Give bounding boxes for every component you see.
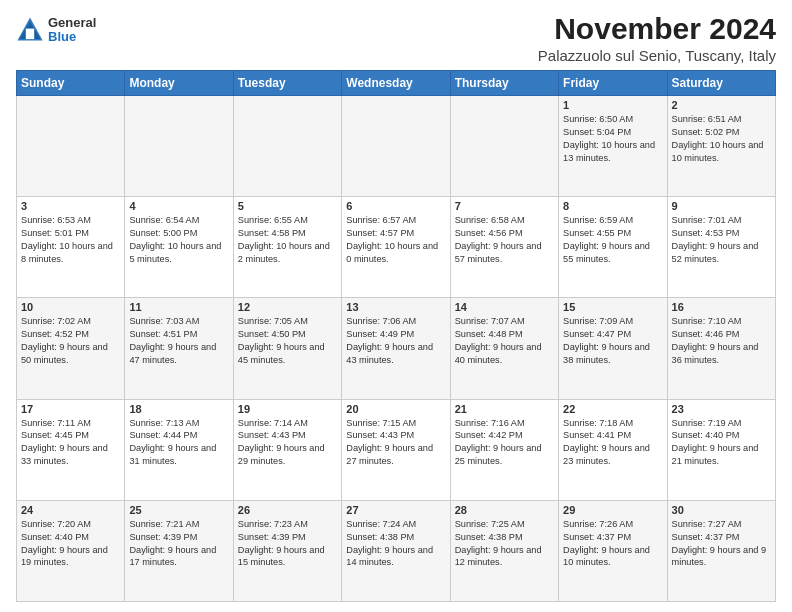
- table-row: 15Sunrise: 7:09 AM Sunset: 4:47 PM Dayli…: [559, 298, 667, 399]
- table-row: 24Sunrise: 7:20 AM Sunset: 4:40 PM Dayli…: [17, 500, 125, 601]
- col-wednesday: Wednesday: [342, 71, 450, 96]
- table-row: 8Sunrise: 6:59 AM Sunset: 4:55 PM Daylig…: [559, 197, 667, 298]
- day-info: Sunrise: 6:53 AM Sunset: 5:01 PM Dayligh…: [21, 214, 120, 266]
- day-number: 6: [346, 200, 445, 212]
- table-row: [233, 96, 341, 197]
- calendar-week-row: 24Sunrise: 7:20 AM Sunset: 4:40 PM Dayli…: [17, 500, 776, 601]
- col-saturday: Saturday: [667, 71, 775, 96]
- day-number: 10: [21, 301, 120, 313]
- table-row: 6Sunrise: 6:57 AM Sunset: 4:57 PM Daylig…: [342, 197, 450, 298]
- table-row: 17Sunrise: 7:11 AM Sunset: 4:45 PM Dayli…: [17, 399, 125, 500]
- day-number: 26: [238, 504, 337, 516]
- day-info: Sunrise: 6:50 AM Sunset: 5:04 PM Dayligh…: [563, 113, 662, 165]
- day-info: Sunrise: 7:07 AM Sunset: 4:48 PM Dayligh…: [455, 315, 554, 367]
- calendar-header-row: Sunday Monday Tuesday Wednesday Thursday…: [17, 71, 776, 96]
- table-row: 4Sunrise: 6:54 AM Sunset: 5:00 PM Daylig…: [125, 197, 233, 298]
- day-number: 4: [129, 200, 228, 212]
- day-info: Sunrise: 7:03 AM Sunset: 4:51 PM Dayligh…: [129, 315, 228, 367]
- day-number: 25: [129, 504, 228, 516]
- day-number: 27: [346, 504, 445, 516]
- day-number: 24: [21, 504, 120, 516]
- day-number: 18: [129, 403, 228, 415]
- day-info: Sunrise: 7:14 AM Sunset: 4:43 PM Dayligh…: [238, 417, 337, 469]
- calendar: Sunday Monday Tuesday Wednesday Thursday…: [16, 70, 776, 602]
- table-row: 2Sunrise: 6:51 AM Sunset: 5:02 PM Daylig…: [667, 96, 775, 197]
- table-row: [450, 96, 558, 197]
- day-info: Sunrise: 7:16 AM Sunset: 4:42 PM Dayligh…: [455, 417, 554, 469]
- calendar-week-row: 17Sunrise: 7:11 AM Sunset: 4:45 PM Dayli…: [17, 399, 776, 500]
- table-row: [17, 96, 125, 197]
- calendar-week-row: 1Sunrise: 6:50 AM Sunset: 5:04 PM Daylig…: [17, 96, 776, 197]
- table-row: 9Sunrise: 7:01 AM Sunset: 4:53 PM Daylig…: [667, 197, 775, 298]
- logo-text: General Blue: [48, 16, 96, 45]
- table-row: 30Sunrise: 7:27 AM Sunset: 4:37 PM Dayli…: [667, 500, 775, 601]
- table-row: 7Sunrise: 6:58 AM Sunset: 4:56 PM Daylig…: [450, 197, 558, 298]
- location-title: Palazzuolo sul Senio, Tuscany, Italy: [538, 47, 776, 64]
- day-info: Sunrise: 7:06 AM Sunset: 4:49 PM Dayligh…: [346, 315, 445, 367]
- day-number: 22: [563, 403, 662, 415]
- page: General Blue November 2024 Palazzuolo su…: [0, 0, 792, 612]
- day-info: Sunrise: 7:19 AM Sunset: 4:40 PM Dayligh…: [672, 417, 771, 469]
- day-info: Sunrise: 7:23 AM Sunset: 4:39 PM Dayligh…: [238, 518, 337, 570]
- day-info: Sunrise: 7:20 AM Sunset: 4:40 PM Dayligh…: [21, 518, 120, 570]
- col-sunday: Sunday: [17, 71, 125, 96]
- day-number: 28: [455, 504, 554, 516]
- day-number: 7: [455, 200, 554, 212]
- day-info: Sunrise: 6:51 AM Sunset: 5:02 PM Dayligh…: [672, 113, 771, 165]
- day-number: 2: [672, 99, 771, 111]
- table-row: 13Sunrise: 7:06 AM Sunset: 4:49 PM Dayli…: [342, 298, 450, 399]
- day-info: Sunrise: 7:09 AM Sunset: 4:47 PM Dayligh…: [563, 315, 662, 367]
- table-row: 14Sunrise: 7:07 AM Sunset: 4:48 PM Dayli…: [450, 298, 558, 399]
- table-row: 11Sunrise: 7:03 AM Sunset: 4:51 PM Dayli…: [125, 298, 233, 399]
- svg-rect-2: [26, 29, 34, 39]
- day-number: 30: [672, 504, 771, 516]
- table-row: 20Sunrise: 7:15 AM Sunset: 4:43 PM Dayli…: [342, 399, 450, 500]
- day-number: 9: [672, 200, 771, 212]
- calendar-week-row: 3Sunrise: 6:53 AM Sunset: 5:01 PM Daylig…: [17, 197, 776, 298]
- day-info: Sunrise: 6:54 AM Sunset: 5:00 PM Dayligh…: [129, 214, 228, 266]
- day-number: 5: [238, 200, 337, 212]
- day-info: Sunrise: 6:58 AM Sunset: 4:56 PM Dayligh…: [455, 214, 554, 266]
- day-info: Sunrise: 7:25 AM Sunset: 4:38 PM Dayligh…: [455, 518, 554, 570]
- day-info: Sunrise: 7:24 AM Sunset: 4:38 PM Dayligh…: [346, 518, 445, 570]
- day-info: Sunrise: 6:57 AM Sunset: 4:57 PM Dayligh…: [346, 214, 445, 266]
- day-number: 14: [455, 301, 554, 313]
- table-row: [125, 96, 233, 197]
- table-row: 1Sunrise: 6:50 AM Sunset: 5:04 PM Daylig…: [559, 96, 667, 197]
- table-row: 29Sunrise: 7:26 AM Sunset: 4:37 PM Dayli…: [559, 500, 667, 601]
- logo: General Blue: [16, 16, 96, 45]
- day-info: Sunrise: 7:26 AM Sunset: 4:37 PM Dayligh…: [563, 518, 662, 570]
- calendar-week-row: 10Sunrise: 7:02 AM Sunset: 4:52 PM Dayli…: [17, 298, 776, 399]
- table-row: 25Sunrise: 7:21 AM Sunset: 4:39 PM Dayli…: [125, 500, 233, 601]
- day-info: Sunrise: 7:02 AM Sunset: 4:52 PM Dayligh…: [21, 315, 120, 367]
- col-monday: Monday: [125, 71, 233, 96]
- day-number: 11: [129, 301, 228, 313]
- col-friday: Friday: [559, 71, 667, 96]
- table-row: 22Sunrise: 7:18 AM Sunset: 4:41 PM Dayli…: [559, 399, 667, 500]
- table-row: 5Sunrise: 6:55 AM Sunset: 4:58 PM Daylig…: [233, 197, 341, 298]
- table-row: 16Sunrise: 7:10 AM Sunset: 4:46 PM Dayli…: [667, 298, 775, 399]
- table-row: 12Sunrise: 7:05 AM Sunset: 4:50 PM Dayli…: [233, 298, 341, 399]
- day-info: Sunrise: 7:21 AM Sunset: 4:39 PM Dayligh…: [129, 518, 228, 570]
- col-tuesday: Tuesday: [233, 71, 341, 96]
- day-number: 8: [563, 200, 662, 212]
- day-info: Sunrise: 7:27 AM Sunset: 4:37 PM Dayligh…: [672, 518, 771, 570]
- day-info: Sunrise: 7:18 AM Sunset: 4:41 PM Dayligh…: [563, 417, 662, 469]
- day-info: Sunrise: 7:11 AM Sunset: 4:45 PM Dayligh…: [21, 417, 120, 469]
- day-number: 20: [346, 403, 445, 415]
- day-number: 12: [238, 301, 337, 313]
- day-number: 3: [21, 200, 120, 212]
- table-row: 23Sunrise: 7:19 AM Sunset: 4:40 PM Dayli…: [667, 399, 775, 500]
- table-row: 28Sunrise: 7:25 AM Sunset: 4:38 PM Dayli…: [450, 500, 558, 601]
- day-info: Sunrise: 6:55 AM Sunset: 4:58 PM Dayligh…: [238, 214, 337, 266]
- table-row: 21Sunrise: 7:16 AM Sunset: 4:42 PM Dayli…: [450, 399, 558, 500]
- day-info: Sunrise: 7:05 AM Sunset: 4:50 PM Dayligh…: [238, 315, 337, 367]
- table-row: 19Sunrise: 7:14 AM Sunset: 4:43 PM Dayli…: [233, 399, 341, 500]
- col-thursday: Thursday: [450, 71, 558, 96]
- table-row: [342, 96, 450, 197]
- table-row: 27Sunrise: 7:24 AM Sunset: 4:38 PM Dayli…: [342, 500, 450, 601]
- table-row: 10Sunrise: 7:02 AM Sunset: 4:52 PM Dayli…: [17, 298, 125, 399]
- title-block: November 2024 Palazzuolo sul Senio, Tusc…: [538, 12, 776, 64]
- day-number: 29: [563, 504, 662, 516]
- header: General Blue November 2024 Palazzuolo su…: [16, 12, 776, 64]
